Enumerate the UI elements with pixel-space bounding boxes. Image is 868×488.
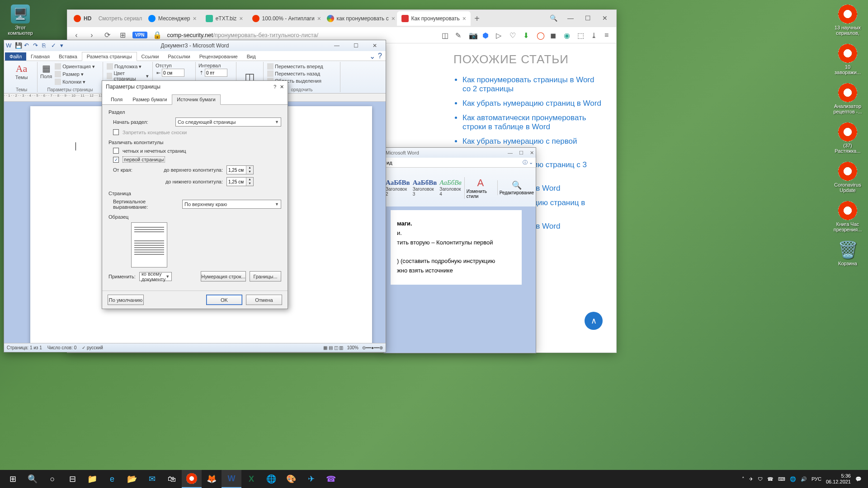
word-taskbar-button[interactable]: W [222, 470, 241, 488]
tray-icon[interactable]: 🛡 [758, 476, 763, 482]
desktop-icon-this-pc[interactable]: 🖥️ Этот компьютер [5, 5, 36, 36]
desktop-shortcut[interactable]: 13 научных сериалов, [832, 5, 863, 36]
extension-icon[interactable]: ◉ [564, 31, 572, 39]
lock-icon[interactable]: 🔒 [152, 30, 163, 41]
tray-icon[interactable]: ✈ [749, 476, 753, 482]
back-button[interactable]: ‹ [71, 30, 82, 41]
search-icon[interactable]: 🔍 [547, 13, 560, 23]
ribbon-tab-active[interactable]: Разметка страницы [82, 52, 137, 61]
dialog-tab-layout[interactable]: Источник бумаги [172, 94, 220, 105]
first-page-checkbox[interactable] [113, 157, 119, 163]
cube-icon[interactable]: ⬚ [577, 31, 585, 39]
view-buttons[interactable]: ▦ ▤ ◫ ▥ [323, 345, 343, 350]
word-count[interactable]: Число слов: 0 [47, 345, 76, 350]
browser-tab[interactable]: Мессенджер× [144, 11, 201, 26]
download-icon[interactable]: ⬇ [523, 31, 531, 39]
ribbon-tab[interactable]: Рецензирование [195, 52, 242, 61]
new-tab-button[interactable]: + [471, 12, 483, 25]
excel-button[interactable]: X [241, 470, 261, 488]
viber-button[interactable]: ☎ [321, 470, 341, 488]
tab-close-icon[interactable]: × [462, 15, 466, 22]
orientation-button[interactable]: Ориентация ▾ [54, 63, 95, 70]
dialog-tab-paper[interactable]: Размер бумаги [127, 94, 172, 104]
maximize-button[interactable]: ☐ [519, 150, 524, 156]
undo-icon[interactable]: ↶ [24, 42, 31, 49]
themes-button[interactable]: Темы [15, 75, 28, 80]
style-gallery-item[interactable]: АаБбВвЗаголовок 3 [413, 179, 437, 197]
related-link[interactable]: Как автоматически пронумеровать строки в… [462, 113, 603, 131]
forward-button[interactable]: › [86, 30, 97, 41]
watermark-button[interactable]: Подложка ▾ [106, 63, 150, 70]
word-app-icon[interactable]: W [6, 42, 13, 49]
help-icon[interactable]: ? [274, 84, 276, 90]
opera-icon[interactable]: ◯ [537, 31, 545, 39]
word2-document-area[interactable]: маги. и. тить вторую – Колонтитулы перво… [384, 206, 536, 353]
help-icon[interactable]: ? [378, 52, 382, 61]
browser-tab[interactable]: eTXT.biz× [201, 11, 248, 26]
editing-button[interactable]: Редактирование [500, 190, 534, 195]
header-distance-input[interactable]: ▲▼ [226, 165, 254, 174]
themes-icon[interactable]: Aa [16, 63, 28, 75]
downloads-icon[interactable]: ⤓ [591, 31, 599, 39]
style-gallery-item[interactable]: АаБбВвЗаголовок 2 [386, 179, 410, 197]
browser-tab-active[interactable]: Как пронумеровать× [397, 11, 471, 26]
suppress-endnotes-checkbox[interactable] [113, 129, 119, 135]
task-view-button[interactable]: ⊟ [62, 470, 82, 488]
opera-taskbar-button[interactable] [182, 470, 202, 488]
edge-button[interactable]: 🌐 [261, 470, 281, 488]
ribbon-tab[interactable]: Главная [26, 52, 54, 61]
browser-tab[interactable]: 100.00% - Антиплаги× [248, 11, 322, 26]
qat-icon[interactable]: ✓ [51, 42, 58, 49]
close-button[interactable]: ✕ [530, 150, 534, 156]
url-input[interactable]: comp-security.net/пронумеровать-без-титу… [167, 32, 437, 38]
send-icon[interactable]: ▷ [496, 31, 504, 39]
language-indicator[interactable]: РУС [811, 476, 821, 482]
telegram-button[interactable]: ✈ [301, 470, 321, 488]
ribbon-tab[interactable]: Рассылки [163, 52, 194, 61]
scroll-top-button[interactable]: ∧ [585, 312, 603, 330]
mail-button[interactable]: ✉ [142, 470, 162, 488]
language-status[interactable]: русский [87, 345, 103, 350]
page-status[interactable]: Страница: 1 из 1 [7, 345, 42, 350]
odd-even-checkbox[interactable] [113, 148, 119, 154]
zoom-slider[interactable]: ⊖━━●━━⊕ [362, 345, 383, 350]
ribbon-tab[interactable]: Вид [242, 52, 260, 61]
vert-align-select[interactable]: По верхнему краю▼ [182, 200, 281, 209]
columns-button[interactable]: Колонки ▾ [54, 78, 95, 85]
ok-button[interactable]: OK [206, 295, 242, 305]
cortana-button[interactable]: ○ [42, 470, 62, 488]
shield-icon[interactable]: ⬢ [482, 31, 491, 39]
ribbon-tab[interactable]: Вставка [54, 52, 82, 61]
ribbon-tab[interactable]: ид [387, 160, 392, 165]
volume-icon[interactable]: 🔊 [801, 476, 807, 482]
taskbar-clock[interactable]: 5:36 06.12.2021 [826, 473, 851, 485]
close-button[interactable]: ✕ [598, 13, 612, 23]
store-button[interactable]: 🛍 [162, 470, 182, 488]
sidebar-icon[interactable]: ◫ [442, 31, 450, 39]
desktop-icon-recycle[interactable]: 🗑️Корзина [832, 240, 863, 266]
paint-button[interactable]: 🎨 [281, 470, 301, 488]
tab-close-icon[interactable]: × [392, 15, 395, 22]
minimize-button[interactable]: — [564, 13, 577, 23]
change-styles-button[interactable]: Изменить стили [467, 189, 495, 199]
desktop-shortcut[interactable]: 10 заворажи... [832, 44, 863, 75]
margins-button[interactable]: Поля [40, 74, 52, 79]
explorer-button[interactable]: 📂 [122, 470, 142, 488]
file-explorer-button[interactable]: 📁 [82, 470, 102, 488]
spacing-before-input[interactable]: ⇡ [198, 68, 233, 77]
maximize-button[interactable]: ☐ [347, 41, 365, 50]
firefox-button[interactable]: 🦊 [202, 470, 222, 488]
close-icon[interactable]: ✕ [280, 84, 284, 90]
tab-close-icon[interactable]: × [193, 15, 196, 22]
tray-icon[interactable]: ⌨ [778, 476, 785, 482]
minimize-button[interactable]: — [328, 41, 346, 50]
snapshot-icon[interactable]: 📷 [469, 31, 477, 39]
heart-icon[interactable]: ♡ [509, 31, 518, 39]
dialog-tab-margins[interactable]: Поля [106, 94, 127, 104]
network-icon[interactable]: 🌐 [790, 476, 796, 482]
bring-forward-button[interactable]: Переместить вперед [266, 63, 337, 70]
browser-tab[interactable]: как пронумеровать с× [322, 11, 397, 26]
desktop-shortcut[interactable]: (37) Растяжка... [832, 122, 863, 154]
cancel-button[interactable]: Отмена [246, 295, 282, 305]
ie-button[interactable]: e [102, 470, 122, 488]
